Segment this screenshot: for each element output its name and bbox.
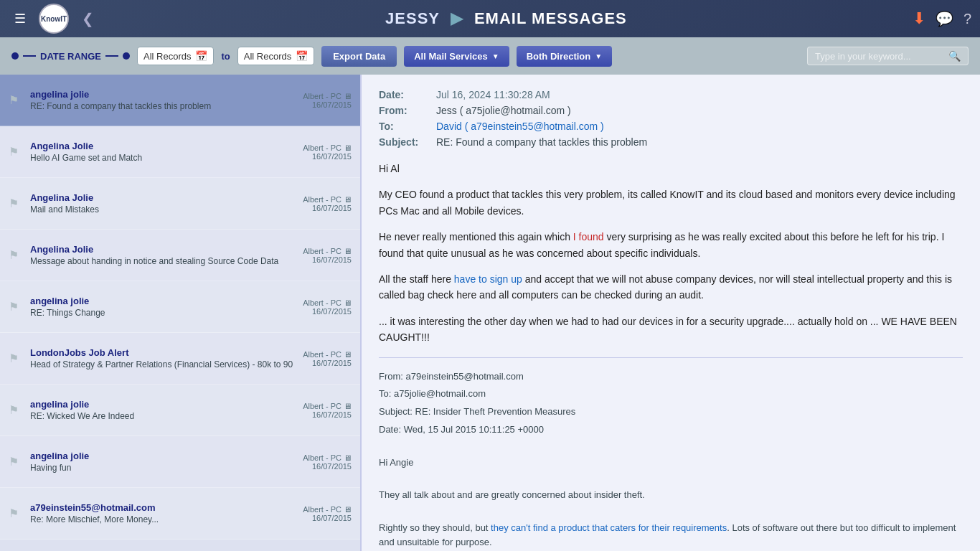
email-right: Albert - PC 🖥 16/07/2015 [303, 453, 352, 471]
quoted-date: Date: Wed, 15 Jul 2015 10:11:25 +0000 [379, 423, 963, 438]
date-label: Date: [379, 89, 436, 100]
app-logo: KnowIT [39, 4, 69, 34]
monitor-icon: 🖥 [344, 92, 352, 100]
email-date: 16/07/2015 [303, 100, 352, 109]
flag-icon: ⚑ [9, 455, 23, 468]
chevron-down-icon: ▼ [492, 52, 499, 60]
direction-dropdown[interactable]: Both Direction ▼ [517, 46, 612, 67]
flag-icon: ⚑ [9, 352, 23, 365]
export-button[interactable]: Export Data [321, 46, 397, 67]
email-computer: Albert - PC 🖥 [303, 195, 352, 204]
email-date: 16/07/2015 [303, 462, 352, 471]
email-subject: Having fun [30, 463, 296, 473]
monitor-icon: 🖥 [344, 247, 352, 255]
detail-divider [379, 357, 963, 358]
monitor-icon: 🖥 [344, 453, 352, 462]
email-right: Albert - PC 🖥 16/07/2015 [303, 505, 352, 522]
email-right: Albert - PC 🖥 16/07/2015 [303, 247, 352, 264]
email-date: 16/07/2015 [303, 514, 352, 522]
quoted-from: From: a79einstein55@hotmail.com [379, 369, 963, 385]
download-icon[interactable]: ⬇ [913, 9, 925, 28]
detail-quoted: From: a79einstein55@hotmail.com To: a75j… [379, 369, 963, 551]
email-right: Albert - PC 🖥 16/07/2015 [303, 195, 352, 212]
email-meta: Angelina Jolie Mail and Mistakes [30, 192, 296, 215]
detail-to-row: To: David ( a79einstein55@hotmail.com ) [379, 121, 963, 132]
email-computer: Albert - PC 🖥 [303, 143, 352, 152]
main-content: ⚑ angelina jolie RE: Found a company tha… [0, 75, 980, 551]
email-meta: Angelina Jolie Message about handing in … [30, 244, 296, 266]
list-item[interactable]: ⚑ angelina jolie RE: Wicked We Are Indee… [0, 385, 360, 436]
top-action-icons: ⬇ 💬 ? [913, 9, 971, 28]
list-item[interactable]: ⚑ LondonJobs Job Alert Head of Strategy … [0, 333, 360, 385]
chat-icon[interactable]: 💬 [936, 10, 953, 27]
email-subject: RE: Things Change [30, 308, 296, 318]
monitor-icon: 🖥 [344, 505, 352, 514]
email-meta: a79einstein55@hotmail.com Re: More Misch… [30, 502, 296, 524]
mail-services-dropdown[interactable]: All Mail Services ▼ [404, 46, 509, 67]
email-date: 16/07/2015 [303, 359, 352, 367]
list-item[interactable]: ⚑ Angelina Jolie Hello AI Game set and M… [0, 126, 360, 178]
calendar-to-icon: 📅 [296, 50, 308, 62]
email-computer: Albert - PC 🖥 [303, 298, 352, 307]
list-item[interactable]: ⚑ angelina jolie Having fun Albert - PC … [0, 436, 360, 488]
quoted-p2: Rightly so they should, but they can't f… [379, 521, 963, 551]
email-computer: Albert - PC 🖥 [303, 350, 352, 359]
flag-icon: ⚑ [9, 197, 23, 210]
quoted-greeting: Hi Angie [379, 456, 963, 471]
email-right: Albert - PC 🖥 16/07/2015 [303, 298, 352, 316]
list-item[interactable]: ⚑ angelina jolie RE: Found a company tha… [0, 75, 360, 126]
detail-header: Date: Jul 16, 2024 11:30:28 AM From: Jes… [379, 89, 963, 148]
body-p4: ... it was interesting the other day whe… [379, 314, 963, 346]
email-subject: Re: More Mischief, More Money... [30, 514, 296, 524]
chevron-down-icon-direction: ▼ [595, 52, 602, 60]
list-item[interactable]: ⚑ Angelina Jolie Mail and Mistakes Alber… [0, 178, 360, 230]
email-sender: angelina jolie [30, 296, 296, 306]
date-to-input[interactable]: All Records 📅 [237, 47, 314, 65]
list-item[interactable]: ⚑ angelina jolie RE: Things Change Alber… [0, 281, 360, 333]
email-sender: Angelina Jolie [30, 141, 296, 151]
email-meta: LondonJobs Job Alert Head of Strategy & … [30, 347, 296, 369]
help-icon[interactable]: ? [963, 11, 971, 27]
flag-icon: ⚑ [9, 507, 23, 520]
email-sender: a79einstein55@hotmail.com [30, 502, 296, 513]
detail-body: Hi Al My CEO found a product that tackle… [379, 161, 963, 346]
email-meta: angelina jolie Having fun [30, 451, 296, 473]
email-right: Albert - PC 🖥 16/07/2015 [303, 92, 352, 109]
search-input[interactable] [815, 51, 944, 62]
date-from-input[interactable]: All Records 📅 [137, 47, 214, 65]
email-sender: Angelina Jolie [30, 244, 296, 255]
subject-value: RE: Found a company that tackles this pr… [436, 136, 647, 148]
email-right: Albert - PC 🖥 16/07/2015 [303, 143, 352, 161]
flag-icon: ⚑ [9, 300, 23, 314]
search-box[interactable]: 🔍 [807, 47, 969, 65]
body-greeting: Hi Al [379, 161, 963, 176]
email-subject: Head of Strategy & Partner Relations (Fi… [30, 359, 296, 369]
flag-icon: ⚑ [9, 93, 23, 107]
date-line-right [105, 55, 118, 57]
email-detail: Date: Jul 16, 2024 11:30:28 AM From: Jes… [360, 75, 980, 551]
email-date: 16/07/2015 [303, 152, 352, 161]
email-meta: angelina jolie RE: Things Change [30, 296, 296, 318]
back-button[interactable]: ❮ [76, 10, 100, 27]
menu-icon[interactable]: ☰ [9, 8, 32, 29]
email-subject: Message about handing in notice and stea… [30, 256, 296, 266]
list-item[interactable]: ⚑ a79einstein55@hotmail.com Re: More Mis… [0, 488, 360, 540]
to-value: David ( a79einstein55@hotmail.com ) [436, 121, 604, 132]
email-sender: Angelina Jolie [30, 192, 296, 203]
list-item[interactable]: ⚑ Angelina Jolie Message about handing i… [0, 230, 360, 281]
date-dot-right [123, 52, 130, 60]
email-sender: angelina jolie [30, 451, 296, 461]
email-computer: Albert - PC 🖥 [303, 402, 352, 410]
email-subject: RE: Found a company that tackles this pr… [30, 101, 296, 111]
search-icon[interactable]: 🔍 [948, 50, 961, 62]
email-date: 16/07/2015 [303, 410, 352, 419]
email-meta: angelina jolie RE: Wicked We Are Indeed [30, 399, 296, 421]
email-computer: Albert - PC 🖥 [303, 92, 352, 100]
detail-date-row: Date: Jul 16, 2024 11:30:28 AM [379, 89, 963, 100]
body-p3: All the staff here have to sign up and a… [379, 271, 963, 303]
email-sender: LondonJobs Job Alert [30, 347, 296, 358]
from-value: Jess ( a75jolie@hotmail.com ) [436, 105, 571, 116]
monitor-icon: 🖥 [344, 298, 352, 307]
email-date: 16/07/2015 [303, 255, 352, 264]
date-dot-left [11, 52, 19, 60]
